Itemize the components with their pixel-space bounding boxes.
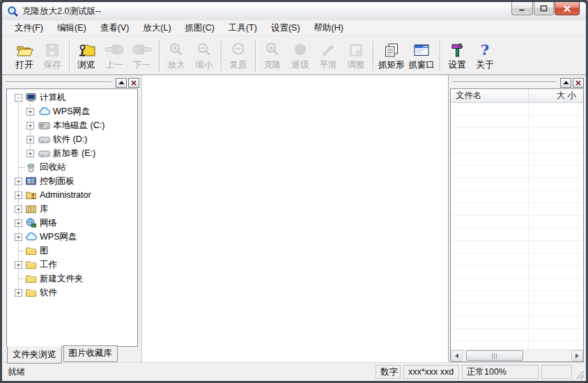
tree-item-label: WPS网盘 (53, 106, 90, 118)
panel-close-button[interactable] (128, 78, 139, 88)
hand-right-icon (132, 40, 153, 58)
maximize-button[interactable] (534, 2, 554, 15)
tree-item[interactable]: -计算机 (7, 91, 137, 104)
expand-toggle-icon[interactable]: + (26, 150, 34, 157)
control-panel-icon (25, 175, 37, 187)
menu-edit[interactable]: 编辑(E) (50, 20, 93, 36)
library-icon (25, 203, 37, 214)
tree-item[interactable]: +本地磁盘 (C:) (7, 118, 137, 132)
expand-toggle-icon[interactable]: + (15, 205, 22, 213)
adjust-button: 调整 (342, 39, 370, 72)
system-drive-icon (38, 120, 50, 131)
tree-item[interactable]: +控制面板 (7, 174, 137, 188)
numeric-pane: 数字 (376, 365, 401, 379)
horizontal-scrollbar (451, 350, 583, 361)
scrollbar-grip-icon (492, 353, 498, 359)
prev-button: 上一 (100, 39, 128, 72)
tree-item-label: Administrator (40, 190, 91, 200)
tree-connector (19, 167, 24, 168)
minimize-button[interactable] (511, 2, 533, 15)
menu-file[interactable]: 文件(F) (8, 20, 50, 36)
tree-item-label: 新加卷 (E:) (53, 148, 95, 159)
app-magnifier-icon (7, 6, 19, 17)
tree-item[interactable]: 回收站 (7, 160, 137, 174)
toolbar-button-label: 克隆 (264, 59, 281, 71)
expand-toggle-icon[interactable]: + (15, 261, 22, 269)
menu-help[interactable]: 帮助(H) (307, 20, 350, 36)
file-list-panel: 文件名大 小 (449, 75, 586, 362)
panel-close-button[interactable] (573, 78, 584, 88)
tree-item[interactable]: +Administrator (7, 188, 137, 202)
menu-capture[interactable]: 抓图(C) (178, 20, 222, 36)
toolbar-separator (69, 40, 70, 71)
panel-collapse-button[interactable] (560, 78, 571, 88)
folder-tree: -计算机+WPS网盘+本地磁盘 (C:)+软件 (D:)+新加卷 (E:)回收站… (6, 88, 138, 347)
scrollbar-track[interactable] (463, 350, 571, 361)
tree-item-label: 软件 (40, 287, 57, 299)
close-button[interactable] (555, 2, 580, 15)
tree-item[interactable]: +新加卷 (E:) (7, 146, 137, 160)
toolbar-separator (373, 40, 373, 71)
menu-magnify[interactable]: 放大(L) (136, 20, 178, 36)
toolbar-button-label: 关于 (477, 59, 494, 71)
tree-item[interactable]: 图 (7, 244, 137, 258)
tree-item-label: 计算机 (40, 92, 66, 104)
toolbar: 打开保存浏览上一下一放大缩小复原克隆逐级平滑调整抓矩形抓窗口设置?关于 (2, 36, 586, 75)
tree-item[interactable]: +软件 (D:) (7, 132, 137, 146)
expand-toggle-icon[interactable]: + (15, 219, 22, 227)
browse-button[interactable]: 浏览 (72, 39, 100, 72)
browse-folder-icon (77, 40, 96, 58)
toolbar-button-label: 缩小 (196, 59, 213, 71)
tree-item-label: 控制面板 (40, 175, 75, 187)
menu-bar: 文件(F)编辑(E)查看(V)放大(L)抓图(C)工具(T)设置(S)帮助(H) (2, 20, 586, 36)
tab-folder-browse[interactable]: 文件夹浏览 (7, 346, 62, 364)
panel-collapse-button[interactable] (116, 78, 127, 88)
tree-item[interactable]: +软件 (7, 286, 137, 299)
menu-view[interactable]: 查看(V) (93, 20, 137, 36)
tree-item[interactable]: +库 (7, 202, 137, 216)
expand-toggle-icon[interactable]: + (26, 122, 34, 130)
expand-toggle-icon[interactable]: + (26, 108, 34, 116)
tree-item[interactable]: +WPS网盘 (7, 230, 137, 244)
zoom-pane: 正常100% (462, 365, 539, 379)
scroll-right-arrow-icon[interactable] (571, 350, 583, 361)
canvas-area (141, 75, 449, 362)
about-button[interactable]: ?关于 (471, 39, 499, 72)
column-filename[interactable]: 文件名 (451, 89, 529, 102)
expand-toggle-icon[interactable]: + (15, 192, 22, 199)
expand-toggle-icon[interactable]: + (26, 136, 34, 143)
blank-pane (541, 365, 572, 379)
capture-rect-button[interactable]: 抓矩形 (376, 39, 407, 72)
open-button[interactable]: 打开 (10, 39, 38, 72)
file-list-header: 文件名大 小 (451, 89, 583, 103)
scrollbar-thumb[interactable] (466, 350, 523, 361)
collapse-toggle-icon[interactable]: - (15, 94, 22, 102)
scroll-left-arrow-icon[interactable] (451, 350, 463, 361)
zoom-out-icon (196, 40, 212, 58)
open-folder-icon (15, 40, 34, 58)
tree-item[interactable]: +WPS网盘 (7, 104, 137, 118)
resize-grip[interactable] (575, 370, 584, 379)
expand-toggle-icon[interactable]: + (15, 289, 22, 297)
expand-toggle-icon[interactable]: + (15, 178, 22, 185)
tree-item[interactable]: +工作 (7, 258, 137, 272)
expand-toggle-icon[interactable]: + (15, 233, 22, 241)
save-button: 保存 (38, 39, 66, 72)
tree-item[interactable]: 新建文件夹 (7, 272, 137, 286)
smooth-brush-icon (320, 40, 336, 58)
column-size[interactable]: 大 小 (529, 89, 583, 102)
zoom-in-button: 放大 (162, 39, 190, 72)
tree-item[interactable]: +网络 (7, 216, 137, 230)
tree-item-label: WPS网盘 (40, 231, 77, 243)
capture-window-button[interactable]: 抓窗口 (407, 39, 438, 72)
menu-settings[interactable]: 设置(S) (264, 20, 307, 36)
tab-image-collection[interactable]: 图片收藏库 (63, 345, 118, 362)
toolbar-button-label: 下一 (134, 59, 151, 71)
restore-icon (230, 40, 247, 58)
settings-button[interactable]: 设置 (443, 39, 471, 72)
title-bar[interactable]: 克隆放大2.0测试版-- (2, 2, 586, 20)
hand-left-icon (104, 40, 125, 58)
menu-tools[interactable]: 工具(T) (222, 20, 264, 36)
next-button: 下一 (128, 39, 156, 72)
toolbar-button-label: 复原 (230, 59, 247, 71)
